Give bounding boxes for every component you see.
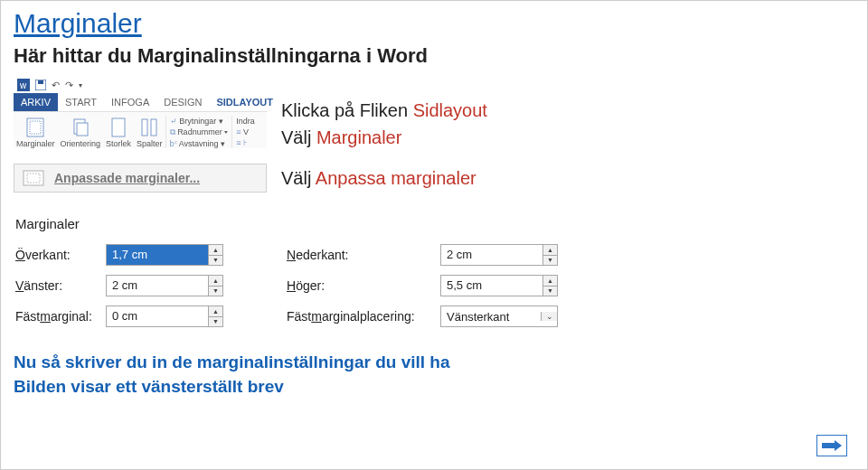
spin-down-icon[interactable]: ▼ [209, 256, 222, 266]
redo-icon: ↷ [65, 80, 73, 91]
svg-marker-13 [822, 440, 842, 451]
tab-infoga[interactable]: INFOGA [104, 93, 156, 111]
spin-down-icon[interactable]: ▼ [543, 256, 557, 266]
ribbon-radnummer[interactable]: ⧉ Radnummer ▾ [170, 127, 229, 137]
label-nederkant: Nederkant: [287, 248, 440, 262]
input-overkant[interactable]: 1,7 cm ▲▼ [106, 244, 223, 266]
ribbon-avstavning[interactable]: bᶜ Avstavning ▾ [170, 139, 229, 148]
spin-up-icon[interactable]: ▲ [209, 306, 222, 317]
next-slide-button[interactable] [816, 435, 847, 456]
spin-down-icon[interactable]: ▼ [209, 317, 222, 327]
undo-icon: ↶ [52, 80, 60, 91]
label-fastmarginalplacering: Fästmarginalplacering: [287, 309, 440, 324]
spin-up-icon[interactable]: ▲ [209, 276, 222, 287]
panel-title: Marginaler [15, 216, 630, 231]
menu-anpassade-marginaler[interactable]: Anpassade marginaler... [14, 164, 267, 193]
ribbon-brytningar[interactable]: ⤶ Brytningar ▾ [170, 117, 229, 126]
tab-start[interactable]: START [58, 93, 104, 111]
svg-rect-9 [142, 119, 147, 136]
input-fastmarginal[interactable]: 0 cm ▲▼ [106, 306, 223, 327]
svg-text:w: w [19, 80, 27, 90]
save-icon [35, 80, 46, 90]
tab-sidlayout[interactable]: SIDLAYOUT [209, 93, 280, 111]
svg-rect-11 [24, 171, 43, 185]
columns-icon [139, 118, 159, 137]
page-title: Marginaler [14, 8, 854, 39]
ribbon-v-label: ≡ V [236, 127, 255, 136]
input-hoger[interactable]: 5,5 cm ▲▼ [440, 275, 558, 296]
ribbon-spalter[interactable]: Spalter [134, 116, 165, 148]
label-overkant: Överkant: [15, 248, 106, 262]
orientation-icon [71, 118, 90, 137]
label-vanster: Vänster: [15, 278, 106, 293]
instruction-2: Välj Marginaler [281, 124, 487, 151]
instruction-1: Klicka på Fliken Sidlayout [281, 97, 487, 124]
svg-rect-7 [77, 123, 88, 136]
spin-down-icon[interactable]: ▼ [543, 287, 557, 296]
svg-rect-10 [151, 119, 156, 136]
ribbon-indra-label: Indra [236, 117, 255, 126]
label-hoger: Höger: [287, 278, 440, 293]
instruction-3: Välj Anpassa marginaler [281, 168, 476, 189]
word-ribbon-screenshot: w ↶ ↷ ▾ ARKIV START INFOGA DESIGN SIDLAY… [14, 77, 267, 148]
input-nederkant[interactable]: 2 cm ▲▼ [440, 244, 558, 266]
svg-rect-8 [112, 118, 125, 136]
margins-icon [25, 118, 45, 137]
qat-dropdown-icon: ▾ [79, 81, 82, 89]
label-fastmarginal: Fästmarginal: [15, 309, 106, 324]
size-icon [108, 118, 128, 137]
input-vanster[interactable]: 2 cm ▲▼ [106, 275, 223, 296]
spin-up-icon[interactable]: ▲ [543, 276, 557, 287]
chevron-down-icon[interactable]: ⌄ [541, 312, 557, 321]
spin-up-icon[interactable]: ▲ [209, 245, 222, 256]
select-fastmarginalplacering[interactable]: Vänsterkant ⌄ [440, 306, 558, 327]
tab-design[interactable]: DESIGN [156, 93, 209, 111]
footer-line-1: Nu så skriver du in de marginalinställni… [14, 351, 854, 375]
spin-up-icon[interactable]: ▲ [543, 245, 557, 256]
ribbon-storlek[interactable]: Storlek [103, 116, 134, 148]
ribbon-orientering[interactable]: Orientering [58, 116, 104, 148]
footer-line-2: Bilden visar ett vänsterställt brev [14, 375, 854, 400]
margins-panel: Marginaler Överkant: 1,7 cm ▲▼ Nederkant… [15, 216, 630, 327]
menu-label: Anpassade marginaler... [54, 171, 200, 185]
spin-down-icon[interactable]: ▼ [209, 287, 222, 296]
word-icon: w [17, 79, 30, 91]
tab-arkiv[interactable]: ARKIV [14, 93, 58, 111]
custom-margins-icon [22, 169, 45, 187]
ribbon-marginaler[interactable]: Marginaler [14, 116, 58, 148]
ribbon-extra-icon: ≡ ⊦ [236, 138, 255, 147]
svg-rect-3 [38, 80, 43, 84]
page-subtitle: Här hittar du Marginalinställningarna i … [14, 44, 854, 68]
